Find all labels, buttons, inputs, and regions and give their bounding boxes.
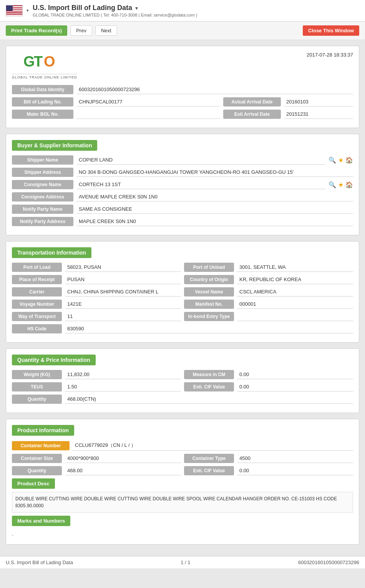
buyer-supplier-header: Buyer & Supplier Information (12, 140, 97, 151)
footer-title: U.S. Import Bill of Lading Data (6, 560, 73, 565)
voyage-row: Voyage Number 1421E Manifest No. 000001 (12, 300, 353, 309)
flag-icon (6, 5, 23, 17)
notify-party-address-label: Notify Party Address (12, 217, 73, 226)
consignee-address-value: AVENUE MAPLE CREEK S0N 1N0 (76, 192, 353, 202)
vessel-name-label: Vessel Name (184, 287, 234, 296)
container-type-value: 4500 (237, 454, 353, 463)
main-content: G T O GLOBAL TRADE ONLINE LIMITED 2017-0… (0, 40, 365, 556)
measure-cm-value: 0.00 (237, 370, 353, 379)
print-button[interactable]: Print Trade Record(s) (6, 25, 67, 36)
measure-cm-label: Measure in CM (184, 370, 234, 379)
logo-area: G T O GLOBAL TRADE ONLINE LIMITED 2017-0… (12, 52, 353, 79)
place-receipt-value: PUSAN (65, 275, 181, 284)
company-info: GLOBAL TRADE ONLINE LIMITED ( Tel: 400-7… (33, 13, 359, 17)
notify-party-address-value: MAPLE CREEK S0N 1N0 (76, 217, 353, 226)
top-header: ▾ U.S. Import Bill of Lading Data ▾ GLOB… (0, 0, 365, 22)
shipper-name-value: COPIER LAND (76, 155, 325, 165)
product-card: Product Information Container Number CCL… (6, 419, 359, 545)
esti-cif-value: 0.00 (237, 382, 353, 391)
footer-page-info: 1 / 1 (181, 560, 190, 565)
carrier-value: CHNJ, CHINA SHIPPING CONTAINER L (65, 287, 181, 296)
product-desc-button[interactable]: Product Desc (12, 478, 55, 489)
hs-code-value: 830590 (65, 324, 353, 333)
marks-numbers-button-row: Marks and Numbers (12, 516, 353, 526)
teus-label: TEUS (12, 382, 62, 391)
quantity-value: 468.00(CTN) (65, 395, 353, 404)
container-number-value: CCLU6779029（CN / L / ） (73, 440, 353, 451)
country-origin-value: KR, REPUBLIC OF KOREA (237, 275, 353, 284)
next-button[interactable]: Next (95, 25, 117, 36)
country-origin-label: Country of Origin (184, 275, 234, 284)
inbond-entry-value (237, 312, 353, 321)
consignee-icons: 🔍 ★ 🏠 (328, 181, 353, 188)
master-bol-label: Mater BOL No. (12, 110, 73, 119)
global-data-identity-row: Global Data Identity 6003201601050000723… (12, 85, 353, 94)
actual-arrival-value: 20160103 (284, 97, 353, 107)
consignee-star-icon[interactable]: ★ (338, 181, 343, 188)
consignee-home-icon[interactable]: 🏠 (345, 181, 353, 188)
global-data-identity-label: Global Data Identity (12, 85, 73, 94)
bol-row: Bill of Lading No. CHNJPSCAL00177 Actual… (12, 97, 353, 107)
esti-cif-label: Esti. CIF Value (184, 382, 234, 391)
notify-party-address-row: Notify Party Address MAPLE CREEK S0N 1N0 (12, 217, 353, 226)
voyage-number-label: Voyage Number (12, 300, 62, 309)
teus-row: TEUS 1.50 Esti. CIF Value 0.00 (12, 382, 353, 391)
container-size-value: 4000*900*800 (65, 454, 181, 463)
port-unload-value: 3001, SEATTLE, WA (237, 263, 353, 272)
consignee-name-row: Consignee Name CORTECH 13 1ST 🔍 ★ 🏠 (12, 180, 353, 189)
logo-main: G T O (22, 52, 68, 73)
port-load-value: 58023, PUSAN (65, 263, 181, 272)
search-icon[interactable]: 🔍 (328, 157, 336, 164)
marks-numbers-value: . (12, 529, 353, 538)
carrier-label: Carrier (12, 287, 62, 296)
product-header: Product Information (12, 425, 74, 436)
consignee-search-icon[interactable]: 🔍 (328, 181, 336, 188)
page-footer: U.S. Import Bill of Lading Data 1 / 1 60… (0, 556, 365, 568)
quantity-label: Quantity (12, 395, 62, 404)
hs-code-row: HS Code 830590 (12, 324, 353, 333)
voyage-number-value: 1421E (65, 300, 181, 309)
weight-kg-label: Weight (KG) (12, 370, 62, 379)
carrier-row: Carrier CHNJ, CHINA SHIPPING CONTAINER L… (12, 287, 353, 296)
timestamp: 2017-07-28 18:33:37 (307, 52, 353, 58)
title-dropdown[interactable]: ▾ (135, 5, 138, 11)
logo-subtitle: GLOBAL TRADE ONLINE LIMITED (12, 74, 77, 79)
esti-arrival-value: 20151231 (284, 110, 353, 119)
product-quantity-label: Quantity (12, 466, 62, 475)
product-quantity-row: Quantity 468.00 Esti. CIF Value 0.00 (12, 466, 353, 475)
port-load-label: Port of Load (12, 263, 62, 272)
consignee-name-value: CORTECH 13 1ST (76, 180, 325, 189)
weight-row: Weight (KG) 11,832.00 Measure in CM 0.00 (12, 370, 353, 379)
star-icon[interactable]: ★ (338, 157, 343, 164)
container-size-row: Container Size 4000*900*800 Container Ty… (12, 454, 353, 463)
master-bol-value (76, 110, 220, 119)
consignee-address-label: Consignee Address (12, 192, 73, 202)
shipper-address-row: Shipper Address NO 304 B-DONG GANGSEO-HA… (12, 168, 353, 177)
container-type-label: Container Type (184, 454, 234, 463)
vessel-name-value: CSCL AMERICA (237, 287, 353, 296)
shipper-address-value: NO 304 B-DONG GANGSEO-HANGANGJAI TOWER Y… (76, 168, 353, 177)
shipper-name-row: Shipper Name COPIER LAND 🔍 ★ 🏠 (12, 155, 353, 165)
footer-record-id: 6003201601050000723296 (298, 560, 359, 565)
consignee-name-label: Consignee Name (12, 180, 73, 189)
product-desc-button-row: Product Desc (12, 478, 353, 489)
product-esti-cif-value: 0.00 (237, 466, 353, 475)
quantity-row: Quantity 468.00(CTN) (12, 395, 353, 404)
product-desc-text: DOUBLE WIRE CUTTING WIRE DOUBLE WIRE CUT… (12, 492, 353, 513)
transport-way-row: Way of Transport 11 In-bond Entry Type (12, 312, 353, 321)
teus-value: 1.50 (65, 382, 181, 391)
close-button[interactable]: Close This Window (303, 25, 359, 36)
svg-text:T: T (34, 53, 43, 70)
manifest-no-value: 000001 (237, 300, 353, 309)
inbond-entry-label: In-bond Entry Type (184, 312, 234, 321)
bol-value: CHNJPSCAL00177 (76, 97, 220, 107)
logo-svg: G T O (22, 52, 68, 71)
record-card: G T O GLOBAL TRADE ONLINE LIMITED 2017-0… (6, 46, 359, 128)
marks-numbers-button[interactable]: Marks and Numbers (12, 516, 70, 526)
flag-dropdown[interactable]: ▾ (27, 8, 29, 13)
toolbar: Print Trade Record(s) Prev Next Close Th… (0, 22, 365, 40)
way-transport-value: 11 (65, 312, 181, 321)
prev-button[interactable]: Prev (70, 25, 92, 36)
home-icon[interactable]: 🏠 (345, 157, 353, 164)
esti-arrival-label: Esti Arrival Date (223, 110, 281, 119)
